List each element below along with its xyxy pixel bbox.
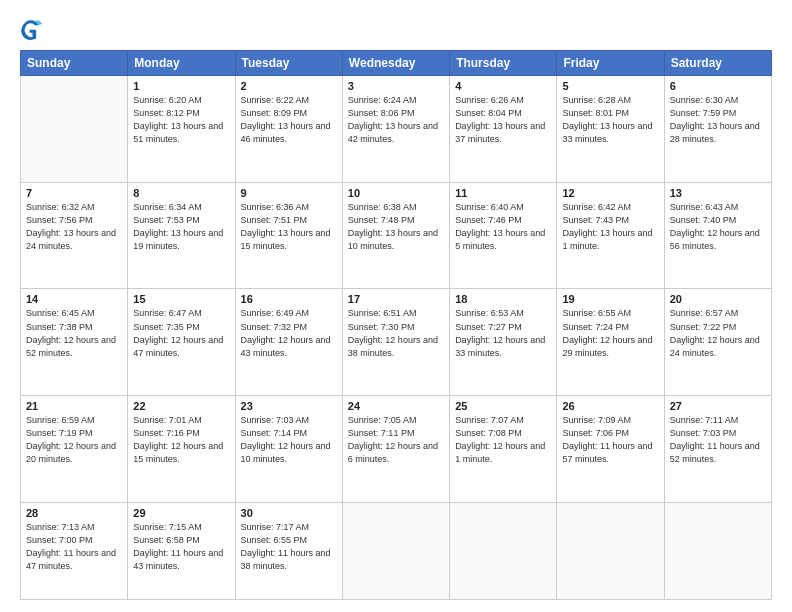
col-monday: Monday xyxy=(128,51,235,76)
col-friday: Friday xyxy=(557,51,664,76)
day-cell: 9Sunrise: 6:36 AMSunset: 7:51 PMDaylight… xyxy=(235,182,342,289)
day-cell: 5Sunrise: 6:28 AMSunset: 8:01 PMDaylight… xyxy=(557,76,664,183)
day-cell xyxy=(664,502,771,599)
week-row-4: 21Sunrise: 6:59 AMSunset: 7:19 PMDayligh… xyxy=(21,396,772,503)
day-number: 14 xyxy=(26,293,122,305)
day-info: Sunrise: 7:15 AMSunset: 6:58 PMDaylight:… xyxy=(133,521,229,573)
week-row-3: 14Sunrise: 6:45 AMSunset: 7:38 PMDayligh… xyxy=(21,289,772,396)
day-cell xyxy=(450,502,557,599)
day-info: Sunrise: 7:17 AMSunset: 6:55 PMDaylight:… xyxy=(241,521,337,573)
day-number: 1 xyxy=(133,80,229,92)
day-cell: 14Sunrise: 6:45 AMSunset: 7:38 PMDayligh… xyxy=(21,289,128,396)
col-wednesday: Wednesday xyxy=(342,51,449,76)
day-cell: 3Sunrise: 6:24 AMSunset: 8:06 PMDaylight… xyxy=(342,76,449,183)
day-info: Sunrise: 6:34 AMSunset: 7:53 PMDaylight:… xyxy=(133,201,229,253)
day-number: 2 xyxy=(241,80,337,92)
day-cell: 25Sunrise: 7:07 AMSunset: 7:08 PMDayligh… xyxy=(450,396,557,503)
day-cell: 15Sunrise: 6:47 AMSunset: 7:35 PMDayligh… xyxy=(128,289,235,396)
day-cell: 16Sunrise: 6:49 AMSunset: 7:32 PMDayligh… xyxy=(235,289,342,396)
day-number: 9 xyxy=(241,187,337,199)
day-cell: 17Sunrise: 6:51 AMSunset: 7:30 PMDayligh… xyxy=(342,289,449,396)
day-cell: 18Sunrise: 6:53 AMSunset: 7:27 PMDayligh… xyxy=(450,289,557,396)
day-cell: 6Sunrise: 6:30 AMSunset: 7:59 PMDaylight… xyxy=(664,76,771,183)
day-number: 16 xyxy=(241,293,337,305)
day-info: Sunrise: 6:26 AMSunset: 8:04 PMDaylight:… xyxy=(455,94,551,146)
day-number: 13 xyxy=(670,187,766,199)
day-cell: 23Sunrise: 7:03 AMSunset: 7:14 PMDayligh… xyxy=(235,396,342,503)
header xyxy=(20,18,772,40)
day-number: 6 xyxy=(670,80,766,92)
day-info: Sunrise: 6:55 AMSunset: 7:24 PMDaylight:… xyxy=(562,307,658,359)
logo-icon xyxy=(20,18,42,40)
col-thursday: Thursday xyxy=(450,51,557,76)
day-number: 24 xyxy=(348,400,444,412)
day-number: 7 xyxy=(26,187,122,199)
day-number: 10 xyxy=(348,187,444,199)
col-sunday: Sunday xyxy=(21,51,128,76)
page: Sunday Monday Tuesday Wednesday Thursday… xyxy=(0,0,792,612)
day-info: Sunrise: 6:42 AMSunset: 7:43 PMDaylight:… xyxy=(562,201,658,253)
day-info: Sunrise: 6:45 AMSunset: 7:38 PMDaylight:… xyxy=(26,307,122,359)
day-number: 22 xyxy=(133,400,229,412)
day-info: Sunrise: 7:09 AMSunset: 7:06 PMDaylight:… xyxy=(562,414,658,466)
day-info: Sunrise: 6:20 AMSunset: 8:12 PMDaylight:… xyxy=(133,94,229,146)
week-row-2: 7Sunrise: 6:32 AMSunset: 7:56 PMDaylight… xyxy=(21,182,772,289)
day-info: Sunrise: 6:40 AMSunset: 7:46 PMDaylight:… xyxy=(455,201,551,253)
day-info: Sunrise: 6:28 AMSunset: 8:01 PMDaylight:… xyxy=(562,94,658,146)
day-info: Sunrise: 6:47 AMSunset: 7:35 PMDaylight:… xyxy=(133,307,229,359)
day-cell: 27Sunrise: 7:11 AMSunset: 7:03 PMDayligh… xyxy=(664,396,771,503)
day-cell: 8Sunrise: 6:34 AMSunset: 7:53 PMDaylight… xyxy=(128,182,235,289)
logo xyxy=(20,18,46,40)
week-row-5: 28Sunrise: 7:13 AMSunset: 7:00 PMDayligh… xyxy=(21,502,772,599)
day-cell xyxy=(557,502,664,599)
day-number: 30 xyxy=(241,507,337,519)
day-info: Sunrise: 6:49 AMSunset: 7:32 PMDaylight:… xyxy=(241,307,337,359)
day-cell: 1Sunrise: 6:20 AMSunset: 8:12 PMDaylight… xyxy=(128,76,235,183)
day-cell: 11Sunrise: 6:40 AMSunset: 7:46 PMDayligh… xyxy=(450,182,557,289)
day-cell: 29Sunrise: 7:15 AMSunset: 6:58 PMDayligh… xyxy=(128,502,235,599)
day-cell: 19Sunrise: 6:55 AMSunset: 7:24 PMDayligh… xyxy=(557,289,664,396)
day-cell: 10Sunrise: 6:38 AMSunset: 7:48 PMDayligh… xyxy=(342,182,449,289)
day-number: 28 xyxy=(26,507,122,519)
day-cell: 24Sunrise: 7:05 AMSunset: 7:11 PMDayligh… xyxy=(342,396,449,503)
day-number: 29 xyxy=(133,507,229,519)
day-number: 21 xyxy=(26,400,122,412)
day-number: 15 xyxy=(133,293,229,305)
calendar-table: Sunday Monday Tuesday Wednesday Thursday… xyxy=(20,50,772,600)
day-cell: 4Sunrise: 6:26 AMSunset: 8:04 PMDaylight… xyxy=(450,76,557,183)
day-cell: 28Sunrise: 7:13 AMSunset: 7:00 PMDayligh… xyxy=(21,502,128,599)
day-info: Sunrise: 6:32 AMSunset: 7:56 PMDaylight:… xyxy=(26,201,122,253)
day-info: Sunrise: 6:22 AMSunset: 8:09 PMDaylight:… xyxy=(241,94,337,146)
day-number: 11 xyxy=(455,187,551,199)
col-saturday: Saturday xyxy=(664,51,771,76)
day-info: Sunrise: 7:11 AMSunset: 7:03 PMDaylight:… xyxy=(670,414,766,466)
day-number: 25 xyxy=(455,400,551,412)
day-number: 27 xyxy=(670,400,766,412)
day-number: 23 xyxy=(241,400,337,412)
day-info: Sunrise: 6:38 AMSunset: 7:48 PMDaylight:… xyxy=(348,201,444,253)
day-info: Sunrise: 6:43 AMSunset: 7:40 PMDaylight:… xyxy=(670,201,766,253)
day-cell xyxy=(342,502,449,599)
day-number: 4 xyxy=(455,80,551,92)
day-cell: 2Sunrise: 6:22 AMSunset: 8:09 PMDaylight… xyxy=(235,76,342,183)
day-cell: 26Sunrise: 7:09 AMSunset: 7:06 PMDayligh… xyxy=(557,396,664,503)
header-row: Sunday Monday Tuesday Wednesday Thursday… xyxy=(21,51,772,76)
calendar-body: 1Sunrise: 6:20 AMSunset: 8:12 PMDaylight… xyxy=(21,76,772,600)
day-info: Sunrise: 6:24 AMSunset: 8:06 PMDaylight:… xyxy=(348,94,444,146)
day-cell: 22Sunrise: 7:01 AMSunset: 7:16 PMDayligh… xyxy=(128,396,235,503)
day-info: Sunrise: 7:07 AMSunset: 7:08 PMDaylight:… xyxy=(455,414,551,466)
day-number: 20 xyxy=(670,293,766,305)
calendar-header: Sunday Monday Tuesday Wednesday Thursday… xyxy=(21,51,772,76)
day-cell: 12Sunrise: 6:42 AMSunset: 7:43 PMDayligh… xyxy=(557,182,664,289)
day-info: Sunrise: 7:03 AMSunset: 7:14 PMDaylight:… xyxy=(241,414,337,466)
day-info: Sunrise: 7:13 AMSunset: 7:00 PMDaylight:… xyxy=(26,521,122,573)
day-info: Sunrise: 6:57 AMSunset: 7:22 PMDaylight:… xyxy=(670,307,766,359)
day-info: Sunrise: 6:36 AMSunset: 7:51 PMDaylight:… xyxy=(241,201,337,253)
day-info: Sunrise: 6:53 AMSunset: 7:27 PMDaylight:… xyxy=(455,307,551,359)
day-info: Sunrise: 6:51 AMSunset: 7:30 PMDaylight:… xyxy=(348,307,444,359)
week-row-1: 1Sunrise: 6:20 AMSunset: 8:12 PMDaylight… xyxy=(21,76,772,183)
day-number: 5 xyxy=(562,80,658,92)
day-number: 8 xyxy=(133,187,229,199)
day-info: Sunrise: 6:30 AMSunset: 7:59 PMDaylight:… xyxy=(670,94,766,146)
day-number: 17 xyxy=(348,293,444,305)
